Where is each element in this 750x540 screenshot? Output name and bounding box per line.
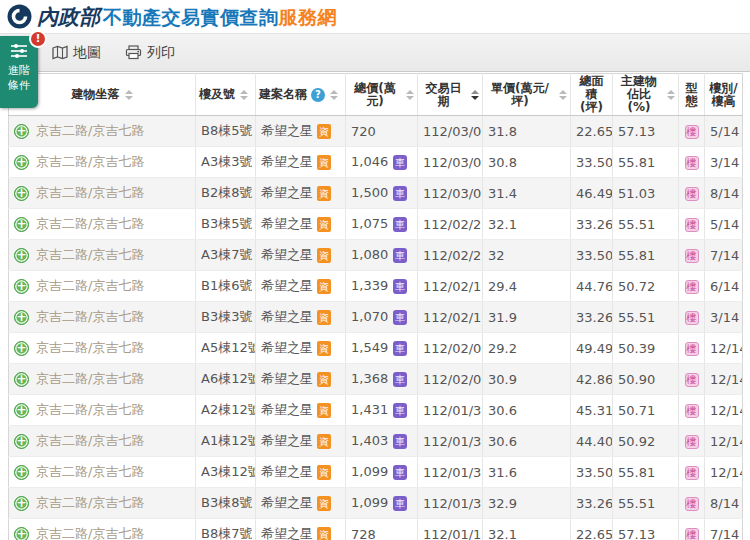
project-name: 希望之星 bbox=[261, 216, 313, 231]
cell-unit-price: 30.8 bbox=[483, 147, 571, 178]
project-info-badge[interactable]: 資 bbox=[317, 155, 331, 170]
column-header-date[interactable]: 交易日期 bbox=[418, 74, 483, 116]
cell-area: 45.31 bbox=[571, 395, 613, 426]
column-label: 建案名稱 bbox=[259, 88, 307, 101]
cell-ratio: 55.51 bbox=[613, 302, 679, 333]
project-info-badge[interactable]: 資 bbox=[317, 248, 331, 263]
column-header-unit-price[interactable]: 單價(萬元/坪) bbox=[483, 74, 571, 116]
expand-row-button[interactable]: + bbox=[14, 527, 29, 540]
map-button-label: 地圖 bbox=[73, 44, 101, 62]
project-info-badge[interactable]: 資 bbox=[317, 403, 331, 418]
sort-icon[interactable] bbox=[471, 90, 479, 100]
toolbar: 地圖 列印 bbox=[0, 33, 750, 72]
expand-row-button[interactable]: + bbox=[14, 186, 29, 201]
expand-row-button[interactable]: + bbox=[14, 403, 29, 418]
address-text: 京吉二路/京吉七路 bbox=[36, 185, 144, 200]
cell-ratio: 55.51 bbox=[613, 488, 679, 519]
cell-floor: 12/14 bbox=[705, 395, 743, 426]
cell-area: 42.86 bbox=[571, 364, 613, 395]
project-info-badge[interactable]: 資 bbox=[317, 217, 331, 232]
project-info-badge[interactable]: 資 bbox=[317, 496, 331, 511]
building-type-badge: 樓 bbox=[685, 218, 699, 232]
sort-icon[interactable] bbox=[125, 90, 133, 100]
print-button[interactable]: 列印 bbox=[125, 44, 175, 62]
sort-icon[interactable] bbox=[559, 90, 567, 100]
cell-type: 樓 bbox=[679, 209, 705, 240]
site-header: 內政部 不動產交易實價查詢 服務網 bbox=[0, 0, 750, 33]
sort-icon[interactable] bbox=[330, 90, 338, 100]
cell-unit-price: 31.4 bbox=[483, 178, 571, 209]
cell-project: 希望之星資 bbox=[256, 147, 346, 178]
expand-row-button[interactable]: + bbox=[14, 341, 29, 356]
cell-location: +京吉二路/京吉七路 bbox=[9, 519, 196, 540]
cell-unit: A2棟12號 bbox=[196, 395, 256, 426]
column-header-unit[interactable]: 樓及號 bbox=[196, 74, 256, 116]
cell-area: 22.65 bbox=[571, 116, 613, 147]
cell-date: 112/02/08 bbox=[418, 364, 483, 395]
cell-area: 46.49 bbox=[571, 178, 613, 209]
expand-row-button[interactable]: + bbox=[14, 155, 29, 170]
alert-badge[interactable]: ! bbox=[29, 30, 47, 48]
cell-type: 樓 bbox=[679, 147, 705, 178]
help-icon[interactable]: ? bbox=[311, 88, 325, 102]
expand-row-button[interactable]: + bbox=[14, 372, 29, 387]
column-label: 主建物佔比(%) bbox=[616, 75, 662, 114]
project-name: 希望之星 bbox=[261, 123, 313, 138]
expand-row-button[interactable]: + bbox=[14, 217, 29, 232]
cell-unit-price: 30.9 bbox=[483, 364, 571, 395]
table-row: +京吉二路/京吉七路B8棟7號希望之星資728112/01/1832.122.6… bbox=[9, 519, 743, 540]
cell-unit: A3棟12號 bbox=[196, 457, 256, 488]
expand-row-button[interactable]: + bbox=[14, 310, 29, 325]
project-name: 希望之星 bbox=[261, 247, 313, 262]
cell-project: 希望之星資 bbox=[256, 364, 346, 395]
column-header-project[interactable]: 建案名稱? bbox=[256, 74, 346, 116]
cell-price: 720 bbox=[346, 116, 418, 147]
price-value: 1,549 bbox=[351, 340, 388, 355]
expand-row-button[interactable]: + bbox=[14, 496, 29, 511]
cell-project: 希望之星資 bbox=[256, 116, 346, 147]
column-header-ratio[interactable]: 主建物佔比(%) bbox=[613, 74, 679, 116]
sort-icon[interactable] bbox=[406, 90, 414, 100]
cell-area: 33.50 bbox=[571, 240, 613, 271]
cell-area: 33.50 bbox=[571, 457, 613, 488]
expand-row-button[interactable]: + bbox=[14, 124, 29, 139]
project-info-badge[interactable]: 資 bbox=[317, 434, 331, 449]
project-info-badge[interactable]: 資 bbox=[317, 310, 331, 325]
column-label: 單價(萬元/坪) bbox=[486, 82, 554, 108]
cell-unit: A3棟3號 bbox=[196, 147, 256, 178]
price-value: 1,099 bbox=[351, 464, 388, 479]
cell-project: 希望之星資 bbox=[256, 302, 346, 333]
project-info-badge[interactable]: 資 bbox=[317, 279, 331, 294]
column-label: 總價(萬元) bbox=[349, 82, 401, 108]
building-type-badge: 樓 bbox=[685, 528, 699, 540]
project-info-badge[interactable]: 資 bbox=[317, 341, 331, 356]
column-header-price[interactable]: 總價(萬元) bbox=[346, 74, 418, 116]
cell-type: 樓 bbox=[679, 116, 705, 147]
cell-ratio: 50.90 bbox=[613, 364, 679, 395]
cell-unit-price: 32.1 bbox=[483, 209, 571, 240]
project-info-badge[interactable]: 資 bbox=[317, 124, 331, 139]
table-row: +京吉二路/京吉七路A6棟12號希望之星資1,368車112/02/0830.9… bbox=[9, 364, 743, 395]
cell-date: 112/02/08 bbox=[418, 333, 483, 364]
project-info-badge[interactable]: 資 bbox=[317, 527, 331, 540]
project-info-badge[interactable]: 資 bbox=[317, 186, 331, 201]
sort-icon[interactable] bbox=[240, 90, 248, 100]
table-row: +京吉二路/京吉七路B1棟6號希望之星資1,339車112/02/1929.44… bbox=[9, 271, 743, 302]
expand-row-button[interactable]: + bbox=[14, 279, 29, 294]
column-label: 總面積(坪) bbox=[574, 75, 609, 114]
sort-icon[interactable] bbox=[667, 90, 675, 100]
project-info-badge[interactable]: 資 bbox=[317, 465, 331, 480]
advanced-criteria-tab[interactable]: 進階 條件 bbox=[0, 36, 38, 108]
project-info-badge[interactable]: 資 bbox=[317, 372, 331, 387]
cell-project: 希望之星資 bbox=[256, 426, 346, 457]
expand-row-button[interactable]: + bbox=[14, 434, 29, 449]
building-type-badge: 樓 bbox=[685, 280, 699, 294]
parking-included-badge: 車 bbox=[393, 155, 407, 170]
cell-project: 希望之星資 bbox=[256, 240, 346, 271]
cell-date: 112/02/25 bbox=[418, 209, 483, 240]
expand-row-button[interactable]: + bbox=[14, 248, 29, 263]
expand-row-button[interactable]: + bbox=[14, 465, 29, 480]
map-button[interactable]: 地圖 bbox=[52, 44, 101, 62]
cell-unit: B1棟6號 bbox=[196, 271, 256, 302]
cell-type: 樓 bbox=[679, 302, 705, 333]
